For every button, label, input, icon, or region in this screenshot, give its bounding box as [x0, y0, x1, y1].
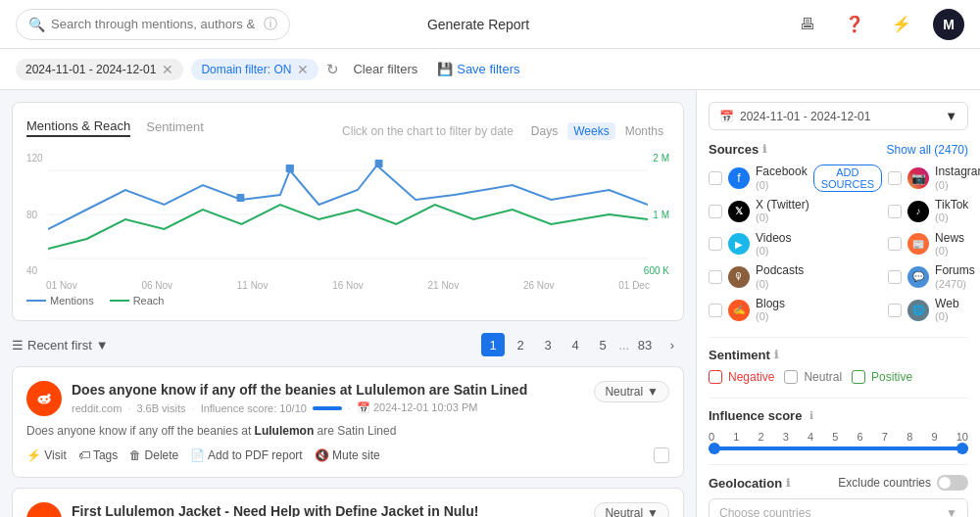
post-1-influence: Influence score: 10/10 [201, 402, 307, 414]
monitor-icon-button[interactable]: 🖶 [792, 9, 823, 40]
sentiment-header: Sentiment ℹ [709, 348, 968, 362]
source-blogs-checkbox[interactable] [709, 304, 722, 317]
post-1-sentiment-badge[interactable]: Neutral ▼ [594, 381, 669, 402]
add-sources-button[interactable]: ADD SOURCES [813, 164, 882, 192]
tab-sentiment[interactable]: Sentiment [146, 118, 204, 136]
time-weeks-button[interactable]: Weeks [567, 122, 614, 140]
sentiment-neutral-checkbox[interactable] [784, 370, 798, 384]
geo-country-select[interactable]: Choose countries ▼ [709, 498, 968, 517]
post-1-mute-action[interactable]: 🔇 Mute site [315, 448, 380, 462]
page-2-button[interactable]: 2 [509, 333, 532, 356]
sort-button[interactable]: ☰ Recent first ▼ [12, 338, 109, 352]
sentiment-negative-item[interactable]: Negative [709, 370, 774, 384]
sentiment-positive-item[interactable]: Positive [852, 370, 912, 384]
time-months-button[interactable]: Months [619, 122, 669, 140]
filter-bar: 2024-11-01 - 2024-12-01 ✕ Domain filter:… [0, 49, 980, 90]
source-twitter-checkbox[interactable] [709, 205, 722, 218]
tiktok-icon: ♪ [907, 201, 929, 222]
source-videos-checkbox[interactable] [709, 237, 722, 251]
page-5-button[interactable]: 5 [591, 333, 614, 356]
post-1-delete-action[interactable]: 🗑 Delete [129, 448, 178, 462]
page-4-button[interactable]: 4 [564, 333, 587, 356]
page-83-button[interactable]: 83 [633, 333, 657, 356]
page-1-button[interactable]: 1 [481, 333, 505, 356]
geo-info-icon: ℹ [786, 477, 790, 490]
svg-point-10 [46, 398, 48, 400]
source-facebook-checkbox[interactable] [709, 171, 722, 185]
date-selector[interactable]: 📅 2024-11-01 - 2024-12-01 ▼ [709, 102, 968, 130]
plugin-icon-button[interactable]: ⚡ [886, 9, 917, 40]
clear-filters-button[interactable]: Clear filters [347, 58, 423, 80]
reddit-icon-1 [26, 381, 62, 416]
geo-chevron-icon: ▼ [946, 506, 957, 517]
save-filters-button[interactable]: 💾 Save filters [431, 58, 525, 80]
source-forums-checkbox[interactable] [888, 270, 902, 284]
chart-y-left: 1208040 [26, 151, 43, 278]
sentiment-negative-checkbox[interactable] [709, 370, 722, 384]
domain-chip-label: Domain filter: ON [201, 63, 291, 76]
post-1-actions: ⚡ Visit 🏷 Tags 🗑 Delete 📄 Add to PDF rep… [26, 447, 669, 463]
post-2-sentiment-badge[interactable]: Neutral ▼ [594, 502, 669, 517]
web-icon: 🌐 [907, 300, 929, 321]
videos-icon: ▶ [728, 233, 750, 255]
help-icon-button[interactable]: ❓ [839, 9, 870, 40]
svg-rect-6 [236, 194, 244, 202]
post-1-visits: 3.6B visits [136, 402, 185, 414]
post-1-visit-action[interactable]: ⚡ Visit [26, 448, 67, 462]
source-twitter: 𝕏 X (Twitter) (0) [709, 198, 882, 225]
left-panel: Mentions & Reach Sentiment Click on the … [0, 90, 696, 517]
page-next-button[interactable]: › [661, 333, 684, 356]
source-web-checkbox[interactable] [888, 304, 902, 317]
source-news-checkbox[interactable] [888, 237, 902, 251]
generate-report-button[interactable]: Generate Report [427, 17, 529, 32]
post-1-date: 📅 2024-12-01 10:03 PM [357, 401, 477, 414]
avatar[interactable]: M [933, 9, 964, 40]
instagram-name: Instagram (0) [935, 164, 980, 192]
post-1-source: reddit.com [72, 402, 122, 414]
facebook-icon: f [728, 167, 750, 189]
scale-thumb-right[interactable] [956, 443, 968, 454]
forums-icon: 💬 [907, 266, 929, 288]
sources-title: Sources ℹ [709, 142, 766, 157]
post-1-sentiment-chevron: ▼ [647, 385, 659, 399]
show-all-sources-button[interactable]: Show all (2470) [887, 143, 968, 157]
time-days-button[interactable]: Days [525, 122, 564, 140]
scale-thumb-left[interactable] [709, 443, 720, 454]
chart-tabs: Mentions & Reach Sentiment [26, 117, 220, 137]
search-input[interactable] [51, 17, 258, 31]
date-chip-close[interactable]: ✕ [162, 62, 173, 77]
post-1-tags-action[interactable]: 🏷 Tags [78, 448, 118, 462]
influence-info-icon: ℹ [809, 409, 813, 422]
forums-name: Forums (2470) [935, 263, 975, 291]
refresh-icon[interactable]: ↻ [326, 61, 339, 78]
post-1-checkbox[interactable] [654, 447, 669, 463]
date-chevron-icon: ▼ [945, 109, 957, 123]
geo-toggle[interactable] [937, 475, 968, 491]
sentiment-neutral-item[interactable]: Neutral [784, 370, 842, 384]
divider-2 [709, 398, 968, 399]
podcasts-name: Podcasts (0) [756, 263, 804, 291]
domain-filter-chip[interactable]: Domain filter: ON ✕ [191, 59, 318, 80]
influence-scale: 012345678910 [709, 431, 968, 450]
post-1-pdf-action[interactable]: 📄 Add to PDF report [190, 448, 302, 462]
chart-time-buttons: Days Weeks Months [525, 122, 669, 140]
source-instagram-checkbox[interactable] [888, 171, 902, 185]
scale-labels: 012345678910 [709, 431, 968, 443]
page-3-button[interactable]: 3 [536, 333, 560, 356]
sentiment-positive-checkbox[interactable] [852, 370, 865, 384]
tab-mentions-reach[interactable]: Mentions & Reach [26, 117, 130, 137]
domain-chip-close[interactable]: ✕ [297, 62, 309, 77]
geo-exclude: Exclude countries [838, 475, 968, 491]
scale-track[interactable] [709, 446, 968, 450]
chart-card: Mentions & Reach Sentiment Click on the … [12, 102, 684, 321]
blogs-name: Blogs (0) [756, 297, 785, 324]
source-podcasts-checkbox[interactable] [709, 270, 722, 284]
search-box[interactable]: 🔍 ⓘ [16, 9, 290, 40]
reach-line-icon [110, 300, 129, 302]
date-filter-chip[interactable]: 2024-11-01 - 2024-12-01 ✕ [16, 59, 183, 80]
post-1-title-area: Does anyone know if any off the beanies … [72, 381, 584, 414]
post-1-title: Does anyone know if any off the beanies … [72, 381, 584, 399]
geo-placeholder: Choose countries [719, 506, 810, 517]
source-tiktok-checkbox[interactable] [888, 205, 902, 218]
post-2-sentiment-chevron: ▼ [647, 506, 659, 517]
